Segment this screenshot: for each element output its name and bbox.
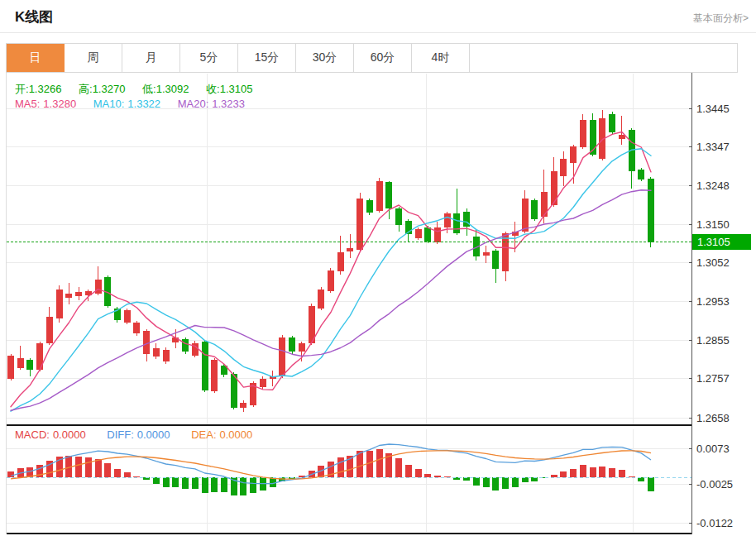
price-tick-label: 1.3445 <box>696 103 730 115</box>
candlestick-layer <box>7 110 654 412</box>
svg-text:1.3105: 1.3105 <box>697 236 730 248</box>
tab-5min[interactable]: 5分 <box>180 44 238 72</box>
open-label: 开: <box>15 83 29 95</box>
diff-legend: DIFF:0.0000 <box>107 428 170 441</box>
ma-legend-row: MA5:1.3280 MA10:1.3322 MA20:1.3233 <box>15 98 259 110</box>
high-value: 1.3270 <box>93 83 126 95</box>
open-value: 1.3266 <box>29 83 62 95</box>
page-title: K线图 <box>15 7 53 26</box>
kline-page: K线图 基本面分析> 日 周 月 5分 15分 30分 60分 4时 开:1.3… <box>0 0 756 536</box>
macd-legend: MACD:0.0000 <box>15 428 86 441</box>
ma10-value: 1.3322 <box>127 98 160 110</box>
tab-60min[interactable]: 60分 <box>354 44 412 72</box>
close-value: 1.3105 <box>220 83 253 95</box>
ma20-label: MA20: <box>178 98 209 110</box>
macd-tick-label: -0.0025 <box>696 478 733 491</box>
price-tick-label: 1.3347 <box>696 141 730 153</box>
high-label: 高: <box>79 83 93 95</box>
dea-value: 0.0000 <box>220 428 253 441</box>
tab-30min[interactable]: 30分 <box>296 44 354 72</box>
tab-15min[interactable]: 15分 <box>238 44 296 72</box>
kline-chart[interactable]: 1.31051.34451.33471.32481.31501.30521.29… <box>0 73 756 536</box>
ma5-label: MA5: <box>15 98 40 110</box>
ma20-value: 1.3233 <box>212 98 245 110</box>
macd-tick-label: 0.0073 <box>696 443 730 455</box>
quote-row: 开:1.3266 高:1.3270 低:1.3092 收:1.3105 <box>15 82 266 97</box>
tab-day[interactable]: 日 <box>7 44 65 72</box>
ma10-label: MA10: <box>93 98 125 110</box>
ma10-legend: MA10:1.3322 <box>93 98 160 110</box>
close-quote: 收:1.3105 <box>206 83 252 95</box>
price-tick-label: 1.2658 <box>696 412 730 424</box>
dea-legend: DEA:0.0000 <box>191 428 252 441</box>
tab-week[interactable]: 周 <box>65 44 122 72</box>
price-tick-label: 1.3052 <box>696 256 730 269</box>
macd-tick-label: -0.0122 <box>696 517 733 529</box>
macd-value: 0.0000 <box>53 428 86 441</box>
ma5-legend: MA5:1.3280 <box>15 98 76 110</box>
high-quote: 高:1.3270 <box>79 83 125 95</box>
current-price-badge: 1.3105 <box>692 234 751 250</box>
price-tick-label: 1.3150 <box>696 218 730 231</box>
diff-value: 0.0000 <box>137 428 170 441</box>
low-label: 低: <box>142 83 156 95</box>
price-tick-label: 1.2953 <box>696 295 730 308</box>
price-tick-label: 1.3248 <box>696 179 730 192</box>
low-value: 1.3092 <box>156 83 189 95</box>
tab-filler <box>470 44 737 72</box>
low-quote: 低:1.3092 <box>142 83 189 95</box>
price-tick-label: 1.2855 <box>696 334 730 347</box>
macd-axis: 0.0073-0.0025-0.0122 <box>689 443 734 529</box>
diff-label: DIFF: <box>107 428 134 441</box>
header: K线图 基本面分析> <box>0 0 756 33</box>
ma5-value: 1.3280 <box>43 98 76 110</box>
tab-month[interactable]: 月 <box>122 44 180 72</box>
close-label: 收: <box>206 83 220 95</box>
fundamental-analysis-link[interactable]: 基本面分析> <box>693 12 749 26</box>
ma20-legend: MA20:1.3233 <box>178 98 245 110</box>
price-axis: 1.34451.33471.32481.31501.30521.29531.28… <box>689 73 730 534</box>
tab-4hour[interactable]: 4时 <box>412 44 470 72</box>
period-tabs: 日 周 月 5分 15分 30分 60分 4时 <box>6 43 738 73</box>
dea-label: DEA: <box>191 428 216 441</box>
macd-label: MACD: <box>15 428 50 441</box>
macd-legend-row: MACD:0.0000 DIFF:0.0000 DEA:0.0000 <box>15 428 270 441</box>
open-quote: 开:1.3266 <box>15 83 61 95</box>
price-tick-label: 1.2757 <box>696 372 730 385</box>
